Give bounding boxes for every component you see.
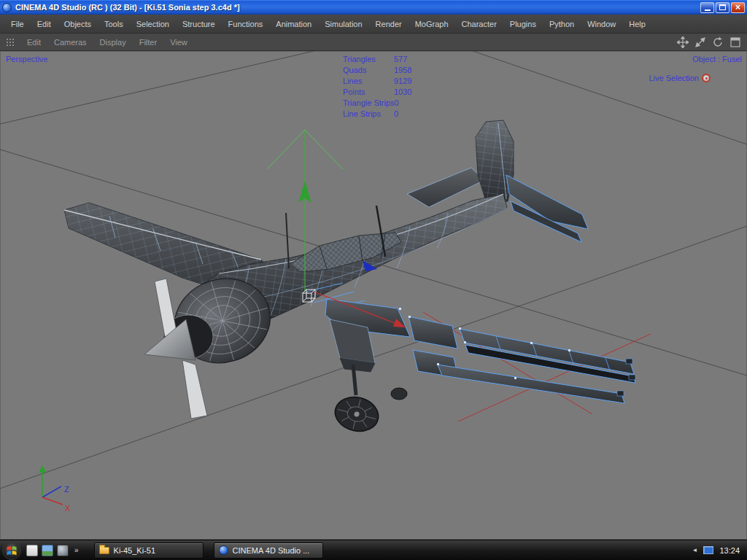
window-title: CINEMA 4D Studio (RC ) (32 Bit) - [Ki.51… bbox=[12, 3, 700, 12]
menu-tools[interactable]: Tools bbox=[98, 16, 130, 32]
task-button-folder[interactable]: Ki-45_Ki-51 bbox=[94, 542, 204, 559]
menu-render[interactable]: Render bbox=[369, 16, 409, 32]
menu-file[interactable]: File bbox=[4, 16, 31, 32]
windows-start-orb-icon bbox=[2, 541, 21, 560]
taskbar: » Ki-45_Ki-51 CINEMA 4D Studio ... ◄ 13:… bbox=[0, 540, 747, 560]
menu-simulation[interactable]: Simulation bbox=[318, 16, 368, 32]
quick-launch-icon-3[interactable] bbox=[57, 545, 69, 556]
menu-animation[interactable]: Animation bbox=[269, 16, 318, 32]
axis-x-label: X bbox=[65, 504, 71, 513]
scene-render: Z X bbox=[0, 51, 747, 540]
live-selection-tool-icon[interactable] bbox=[702, 74, 711, 82]
stat-triangles: Triangles577 bbox=[343, 54, 411, 65]
stat-points: Points1030 bbox=[343, 87, 411, 98]
window-titlebar: CINEMA 4D Studio (RC ) (32 Bit) - [Ki.51… bbox=[0, 0, 747, 15]
viewport-menu-cameras[interactable]: Cameras bbox=[47, 35, 93, 50]
camera-pan-icon[interactable] bbox=[677, 36, 689, 48]
menu-structure[interactable]: Structure bbox=[176, 16, 222, 32]
main-menubar: File Edit Objects Tools Selection Struct… bbox=[0, 15, 747, 34]
active-tool-label: Live Selection bbox=[649, 74, 700, 82]
viewport-nav-icons bbox=[677, 36, 741, 48]
viewport-menu-view[interactable]: View bbox=[163, 35, 194, 50]
close-icon: × bbox=[735, 3, 740, 12]
taskbar-clock: 13:24 bbox=[719, 546, 740, 555]
quick-launch-bar: » bbox=[26, 545, 81, 556]
cinema4d-task-icon bbox=[219, 545, 228, 555]
toolbar-grip-handle[interactable] bbox=[6, 38, 15, 47]
menu-mograph[interactable]: MoGraph bbox=[409, 16, 455, 32]
stat-triangle-strips: Triangle Strips0 bbox=[343, 98, 411, 109]
menu-objects[interactable]: Objects bbox=[58, 16, 98, 32]
right-stabilizer bbox=[506, 175, 588, 242]
tail-fin bbox=[476, 120, 514, 206]
desktop-screen: CINEMA 4D Studio (RC ) (32 Bit) - [Ki.51… bbox=[0, 0, 747, 560]
menu-character[interactable]: Character bbox=[455, 16, 503, 32]
quick-launch-expand-chevron[interactable]: » bbox=[72, 546, 81, 554]
maximize-button[interactable] bbox=[716, 2, 729, 13]
active-tool-indicator: Live Selection bbox=[649, 74, 711, 82]
menu-plugins[interactable]: Plugins bbox=[503, 16, 543, 32]
window-controls: × bbox=[700, 2, 745, 13]
aircraft-wireframe-model bbox=[64, 120, 635, 436]
menu-edit[interactable]: Edit bbox=[31, 16, 58, 32]
folder-icon bbox=[99, 547, 109, 554]
maximize-icon bbox=[719, 4, 726, 10]
menu-help[interactable]: Help bbox=[622, 16, 652, 32]
active-object-label: Object : Fusel bbox=[692, 55, 742, 63]
menu-python[interactable]: Python bbox=[543, 16, 581, 32]
stat-lines: Lines9129 bbox=[343, 76, 411, 87]
landing-gear bbox=[330, 319, 407, 436]
axis-z-label: Z bbox=[64, 485, 69, 494]
taskbar-task-buttons: Ki-45_Ki-51 CINEMA 4D Studio ... bbox=[94, 542, 323, 559]
system-tray: ◄ 13:24 bbox=[692, 546, 747, 555]
tray-collapse-chevron[interactable]: ◄ bbox=[692, 547, 698, 553]
menu-selection[interactable]: Selection bbox=[130, 16, 176, 32]
mesh-statistics-panel: Triangles577 Quads1958 Lines9129 Points1… bbox=[343, 54, 411, 120]
camera-rotate-icon[interactable] bbox=[712, 36, 724, 48]
start-button[interactable] bbox=[0, 540, 23, 560]
viewport-menu-display[interactable]: Display bbox=[93, 35, 133, 50]
viewport-menu-edit[interactable]: Edit bbox=[20, 35, 47, 50]
camera-zoom-icon[interactable] bbox=[694, 36, 706, 48]
minimize-icon bbox=[705, 9, 711, 11]
menu-functions[interactable]: Functions bbox=[222, 16, 270, 32]
quick-launch-icon-2[interactable] bbox=[42, 545, 53, 556]
viewport-canvas[interactable]: Z X Perspective Triangles577 Quads1958 L… bbox=[0, 51, 747, 540]
world-axis-gizmo: Z X bbox=[39, 465, 71, 513]
stat-quads: Quads1958 bbox=[343, 65, 411, 76]
stat-line-strips: Line Strips0 bbox=[343, 109, 411, 120]
menu-window[interactable]: Window bbox=[581, 16, 622, 32]
task-button-cinema4d[interactable]: CINEMA 4D Studio ... bbox=[214, 542, 323, 559]
network-tray-icon[interactable] bbox=[703, 546, 713, 554]
main-wheel bbox=[331, 392, 382, 435]
view-mode-label[interactable]: Perspective bbox=[6, 55, 47, 63]
close-button[interactable]: × bbox=[731, 2, 745, 13]
minimize-button[interactable] bbox=[700, 2, 714, 13]
toggle-view-icon[interactable] bbox=[729, 36, 741, 48]
viewport-menu-filter[interactable]: Filter bbox=[133, 35, 163, 50]
quick-launch-icon-1[interactable] bbox=[26, 545, 38, 556]
cinema4d-app-icon[interactable] bbox=[2, 3, 12, 12]
viewport-toolbar: Edit Cameras Display Filter View bbox=[0, 34, 747, 51]
tail-wheel bbox=[391, 388, 407, 400]
